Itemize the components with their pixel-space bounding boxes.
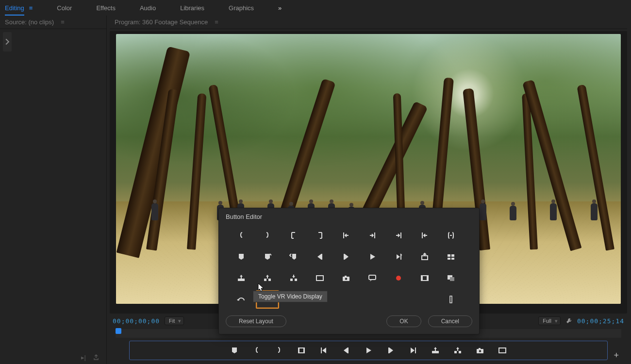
svg-rect-44 (427, 276, 428, 281)
svg-rect-51 (450, 296, 452, 303)
extract-icon[interactable] (453, 346, 462, 355)
vbar-spacer-icon[interactable] (439, 290, 463, 309)
out-brace-icon[interactable] (256, 226, 279, 245)
svg-rect-20 (321, 254, 322, 260)
svg-rect-4 (348, 347, 349, 353)
button-editor-footer: Reset Layout OK Cancel (219, 312, 479, 334)
svg-rect-9 (454, 351, 457, 353)
camera-icon[interactable] (476, 346, 484, 355)
frame-fwd-icon[interactable] (334, 248, 358, 266)
go-prev-icon[interactable] (319, 346, 328, 355)
in-next-icon[interactable] (361, 226, 384, 245)
cancel-button[interactable]: Cancel (428, 315, 472, 327)
chevron-right-icon (4, 38, 11, 45)
workspace-tab-audio[interactable]: Audio (140, 4, 156, 12)
marker-prev-icon[interactable] (282, 248, 305, 266)
resolution-select[interactable]: Full (538, 316, 561, 325)
export-icon[interactable] (93, 354, 100, 361)
source-panel-body (0, 29, 106, 350)
out-brace-icon[interactable] (275, 346, 283, 355)
export-frame-icon[interactable] (413, 248, 436, 266)
frame-back-icon[interactable] (308, 248, 332, 266)
svg-rect-40 (369, 275, 376, 280)
panel-menu-icon[interactable]: ≡ (215, 18, 218, 26)
disclosure-toggle[interactable] (3, 32, 12, 51)
in-brace-icon[interactable] (252, 346, 261, 355)
marker-add-icon[interactable] (256, 248, 279, 266)
svg-rect-13 (479, 348, 481, 349)
svg-point-14 (479, 350, 481, 352)
svg-rect-35 (293, 275, 294, 277)
workspace-tab-graphics[interactable]: Graphics (229, 4, 254, 12)
workspace-tab-libraries[interactable]: Libraries (180, 4, 204, 12)
play-icon[interactable] (364, 346, 373, 355)
source-panel-tab[interactable]: Source: (no clips) (5, 18, 54, 26)
settings-wrench-icon[interactable] (565, 317, 572, 324)
overlay-icon[interactable] (439, 269, 463, 287)
workspace-tab-bar: Editing ≡ Color Effects Audio Libraries … (0, 0, 631, 16)
playhead-icon[interactable] (116, 328, 121, 334)
in-out-icon[interactable] (439, 226, 463, 245)
lift-icon[interactable] (230, 269, 253, 287)
play-in-out-icon[interactable] (387, 248, 410, 266)
workspace-tab-effects[interactable]: Effects (96, 4, 116, 12)
svg-rect-11 (457, 348, 458, 351)
marker-icon[interactable] (230, 346, 239, 355)
svg-rect-23 (422, 256, 428, 260)
timecode-right[interactable]: 00;00;25;14 (577, 317, 624, 325)
ok-button[interactable]: OK (386, 315, 421, 327)
play-icon[interactable] (361, 248, 384, 266)
svg-rect-36 (316, 276, 323, 281)
svg-rect-15 (499, 348, 506, 353)
out-next-icon[interactable] (387, 226, 410, 245)
safe-margins-icon[interactable] (308, 269, 332, 287)
svg-rect-10 (459, 351, 461, 353)
insert-icon[interactable] (282, 269, 305, 287)
empty-cell (334, 290, 358, 309)
svg-rect-7 (432, 351, 439, 353)
marker-icon[interactable] (230, 248, 253, 266)
extract-icon[interactable] (256, 269, 279, 287)
source-panel-tabs: Source: (no clips) ≡ (0, 16, 106, 29)
svg-rect-25 (451, 254, 454, 257)
zoom-select[interactable]: Fit (165, 316, 184, 325)
svg-rect-43 (421, 276, 423, 281)
svg-rect-5 (388, 347, 389, 353)
record-icon[interactable] (387, 269, 410, 287)
workspace-overflow-icon[interactable]: » (278, 4, 282, 12)
timecode-left[interactable]: 00;00;00;00 (113, 317, 160, 325)
workspace-tab-color[interactable]: Color (57, 4, 72, 12)
loop-icon[interactable] (230, 290, 253, 309)
source-panel-footer: ▸| (0, 350, 106, 364)
lift-icon[interactable] (431, 346, 440, 355)
empty-cell (387, 290, 410, 309)
panel-menu-icon[interactable]: ≡ (61, 18, 65, 26)
out-prev-icon[interactable] (413, 226, 436, 245)
svg-rect-32 (267, 276, 268, 279)
multicam-icon[interactable] (439, 248, 463, 266)
svg-point-39 (345, 278, 347, 280)
svg-rect-31 (268, 279, 271, 281)
add-button-icon[interactable]: + (614, 350, 619, 361)
step-back-icon[interactable] (342, 346, 350, 355)
camera-icon[interactable] (334, 269, 358, 287)
reset-layout-button[interactable]: Reset Layout (226, 315, 286, 327)
safe-margins-icon[interactable] (498, 346, 507, 355)
workspace-menu-icon[interactable]: ≡ (29, 4, 33, 12)
comment-icon[interactable] (361, 269, 384, 287)
step-icon[interactable]: ▸| (81, 354, 86, 361)
in-goto-icon[interactable] (282, 226, 305, 245)
svg-rect-2 (304, 347, 305, 353)
svg-rect-30 (264, 279, 266, 281)
program-panel-tab[interactable]: Program: 360 Footage Sequence (115, 18, 208, 26)
step-fwd-icon[interactable] (386, 346, 395, 355)
out-goto-icon[interactable] (308, 226, 332, 245)
tooltip: Toggle VR Video Display (253, 291, 328, 302)
workspace-tab-editing[interactable]: Editing (5, 4, 24, 12)
in-prev-icon[interactable] (334, 226, 358, 245)
in-brace-icon[interactable] (230, 226, 253, 245)
in-out-icon[interactable] (297, 346, 306, 355)
proxy-icon[interactable] (413, 269, 436, 287)
go-next-icon[interactable] (409, 346, 417, 355)
transport-bar: + (129, 341, 608, 360)
